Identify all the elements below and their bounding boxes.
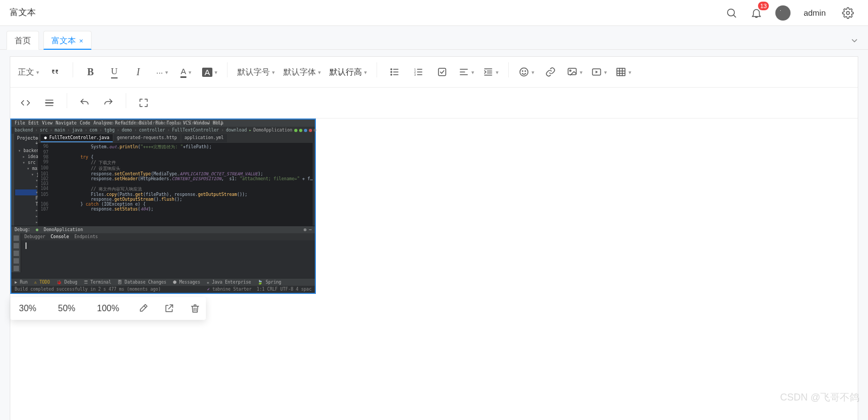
svg-rect-30 bbox=[617, 68, 625, 75]
ide-code-editor: ● FullTextController.javagenerated-reque… bbox=[38, 134, 313, 226]
svg-text:3: 3 bbox=[414, 73, 416, 76]
line-height-select[interactable]: 默认行高▾ bbox=[325, 61, 371, 83]
italic-button[interactable]: I bbox=[126, 61, 150, 83]
svg-point-23 bbox=[520, 68, 528, 76]
image-context-toolbar: 30% 50% 100% bbox=[10, 297, 206, 320]
ide-debug-panel: Debug: ● DemoApplication⚙ — DebuggerCons… bbox=[11, 226, 315, 279]
svg-point-27 bbox=[569, 70, 571, 71]
notifications-badge: 13 bbox=[758, 2, 769, 10]
bold-button[interactable]: B bbox=[79, 61, 102, 83]
tab-home-label: 首页 bbox=[15, 36, 31, 46]
svg-point-5 bbox=[391, 74, 392, 75]
more-format-button[interactable]: ···▾ bbox=[150, 61, 174, 83]
font-size-select[interactable]: 默认字号▾ bbox=[233, 61, 279, 83]
embedded-image[interactable]: demo – FullTextController.java – Intelli… bbox=[10, 119, 316, 294]
ordered-list-button[interactable]: 123 bbox=[406, 61, 430, 83]
zoom-100-button[interactable]: 100% bbox=[94, 301, 122, 316]
emoji-button[interactable]: ▾ bbox=[514, 61, 539, 83]
open-external-icon[interactable] bbox=[164, 303, 174, 314]
ide-project-panel: Project⚙ ÷ backendideasrcmainjavacom.tgb… bbox=[14, 134, 39, 226]
page-title: 富文本 bbox=[10, 7, 36, 18]
indent-button[interactable]: ▾ bbox=[478, 61, 503, 83]
table-button[interactable]: ▾ bbox=[611, 61, 636, 83]
ide-tool-strip-right bbox=[313, 134, 315, 226]
redo-button[interactable] bbox=[96, 92, 120, 114]
tab-richtext-label: 富文本 bbox=[51, 36, 76, 46]
ide-status-bar: Build completed successfully in 2 s 477 … bbox=[11, 286, 315, 293]
blockquote-button[interactable] bbox=[43, 61, 67, 83]
image-button[interactable]: ▾ bbox=[562, 61, 587, 83]
svg-line-1 bbox=[734, 15, 736, 17]
bg-color-button[interactable]: A▾ bbox=[198, 61, 222, 83]
more-glyph: ··· bbox=[156, 68, 163, 77]
todo-list-button[interactable] bbox=[430, 61, 454, 83]
align-button[interactable]: ▾ bbox=[454, 61, 478, 83]
svg-point-24 bbox=[522, 71, 523, 71]
header-actions: 13 admin bbox=[726, 5, 858, 21]
link-button[interactable] bbox=[539, 61, 562, 83]
content-area: 正文▾ B U I ···▾ A▾ A▾ 默认字号▾ 默认字体▾ 默认行高▾ bbox=[0, 50, 868, 420]
editor-canvas[interactable]: demo – FullTextController.java – Intelli… bbox=[10, 119, 858, 420]
ide-tool-footer: ▶ Run⚠ TODO🐞 Debug☰ Terminal🗄 Database C… bbox=[11, 279, 315, 286]
zoom-30-button[interactable]: 30% bbox=[16, 301, 40, 316]
avatar[interactable] bbox=[775, 5, 791, 21]
app-header: 富文本 13 admin bbox=[0, 0, 868, 26]
code-block-button[interactable] bbox=[14, 92, 37, 114]
ide-window-title: demo – FullTextController.java – Intelli… bbox=[103, 121, 223, 126]
tabs-expand-icon[interactable] bbox=[850, 36, 859, 47]
ide-console-caret bbox=[25, 242, 310, 249]
notifications-icon[interactable]: 13 bbox=[750, 7, 762, 19]
svg-point-3 bbox=[391, 69, 392, 70]
fullscreen-button[interactable] bbox=[132, 92, 156, 114]
heading-select[interactable]: 正文▾ bbox=[14, 61, 43, 83]
font-color-button[interactable]: A▾ bbox=[174, 61, 198, 83]
close-tab-icon[interactable]: × bbox=[79, 37, 83, 45]
underline-button[interactable]: U bbox=[102, 61, 126, 83]
svg-point-2 bbox=[846, 11, 850, 15]
ide-run-toolbar: ▸ DemoApplication ⚙ bbox=[249, 128, 316, 133]
user-name: admin bbox=[804, 8, 826, 17]
divider-button[interactable] bbox=[37, 92, 61, 114]
tab-home[interactable]: 首页 bbox=[7, 31, 39, 50]
svg-rect-15 bbox=[438, 68, 445, 75]
bullet-list-button[interactable] bbox=[383, 61, 406, 83]
ide-breadcrumb: backend›src›main›java›com›tgbg›demo›cont… bbox=[11, 127, 315, 134]
video-button[interactable]: ▾ bbox=[587, 61, 611, 83]
svg-point-4 bbox=[391, 71, 392, 73]
settings-icon[interactable] bbox=[842, 7, 854, 19]
svg-point-0 bbox=[728, 9, 735, 16]
ide-menu-bar: demo – FullTextController.java – Intelli… bbox=[11, 120, 315, 127]
svg-point-25 bbox=[525, 71, 526, 71]
editor-toolbar: 正文▾ B U I ···▾ A▾ A▾ 默认字号▾ 默认字体▾ 默认行高▾ bbox=[10, 57, 858, 119]
tab-richtext[interactable]: 富文本 × bbox=[43, 31, 92, 50]
search-icon[interactable] bbox=[726, 7, 737, 19]
zoom-50-button[interactable]: 50% bbox=[55, 301, 79, 316]
delete-image-icon[interactable] bbox=[190, 303, 200, 314]
page-tabs: 首页 富文本 × bbox=[0, 26, 868, 50]
caret-icon: ▾ bbox=[36, 69, 39, 75]
heading-label: 正文 bbox=[18, 67, 34, 77]
undo-button[interactable] bbox=[73, 92, 96, 114]
edit-image-icon[interactable] bbox=[138, 303, 148, 314]
richtext-editor: 正文▾ B U I ···▾ A▾ A▾ 默认字号▾ 默认字体▾ 默认行高▾ bbox=[10, 56, 858, 420]
font-family-select[interactable]: 默认字体▾ bbox=[279, 61, 325, 83]
svg-marker-29 bbox=[595, 71, 598, 74]
